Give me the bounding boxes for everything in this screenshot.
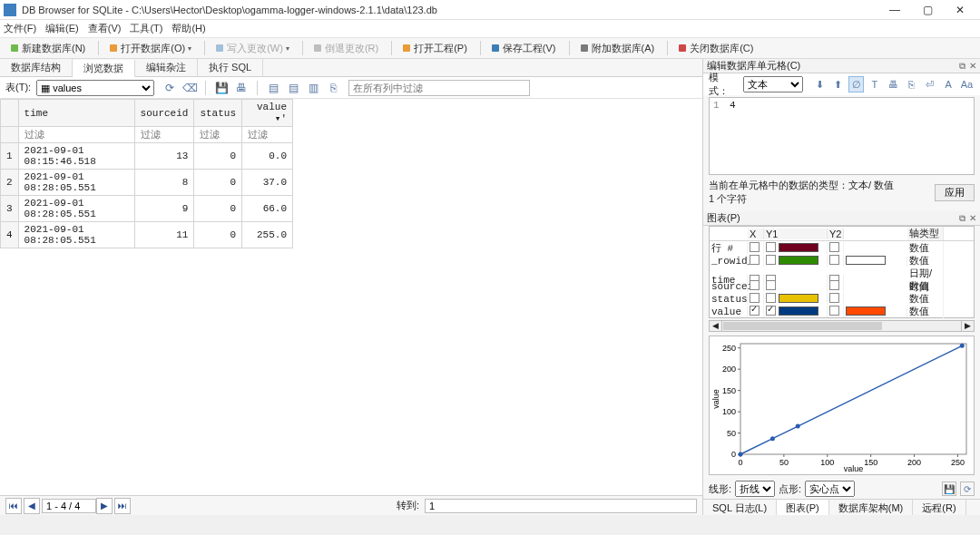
plot-undock-icon[interactable]: ⧉ [959,213,965,224]
nav-last-button[interactable]: ⏭ [114,498,131,514]
apply-button[interactable]: 应用 [935,184,975,201]
menu-edit[interactable]: 编辑(E) [45,22,79,35]
minimize-button[interactable]: — [878,0,911,20]
goto-input[interactable] [425,499,697,513]
mode-select[interactable]: 文本 [743,76,804,92]
delete-row-icon[interactable]: ▤ [286,81,300,95]
cc-row[interactable]: time 日期/时间 [710,267,974,279]
col-status[interactable]: status [194,100,242,127]
tab-schema[interactable]: 数据库结构 [0,59,73,76]
line-style-select[interactable]: 折线 [735,481,775,497]
cc-row[interactable]: 行 # 数值 [710,241,974,254]
wrap-mode-icon[interactable]: ⏎ [922,76,937,92]
menu-help[interactable]: 帮助(H) [172,22,205,35]
table-label: 表(T): [5,81,31,94]
font-mode-icon[interactable]: Aa [959,76,975,92]
nav-first-button[interactable]: ⏮ [5,498,22,514]
copy-icon[interactable]: ⎘ [326,81,340,95]
nav-prev-button[interactable]: ◀ [24,498,40,514]
goto-label: 转到: [397,499,419,512]
table-row[interactable]: 42021-09-01 08:28:05.551110255.0 [1,222,293,248]
filter-sourceid[interactable] [141,129,189,140]
cc-row[interactable]: value 数值 [710,305,974,317]
new-db-button[interactable]: 新建数据库(N) [5,39,91,57]
svg-text:0: 0 [731,450,736,459]
plot-close-icon[interactable]: ✕ [969,213,976,223]
tab-browse[interactable]: 浏览数据 [73,60,135,77]
revert-changes-button: 倒退更改(R) [309,39,384,57]
data-grid[interactable]: time sourceid status value ▾' 12021-09-0… [0,99,702,495]
cc-col-y2: Y2 [828,229,844,239]
svg-point-25 [739,452,743,457]
col-sourceid[interactable]: sourceid [134,100,194,127]
nav-range[interactable] [42,499,96,513]
menu-view[interactable]: 查看(V) [88,22,122,35]
cc-row[interactable]: status 数值 [710,292,974,305]
add-row-icon[interactable]: ▤ [266,81,280,95]
auto-mode-icon[interactable]: A [940,76,956,92]
table-row[interactable]: 12021-09-01 08:15:46.5181300.0 [1,143,293,170]
cc-col-y1: Y1 [764,229,828,239]
btab-sql-log[interactable]: SQL 日志(L) [703,500,777,515]
open-project-button[interactable]: 打开工程(P) [397,39,473,57]
col-time[interactable]: time [18,100,134,127]
table-select[interactable]: ▦ values [36,80,154,96]
filter-all-input[interactable] [348,80,530,96]
chart-config[interactable]: X Y1 Y2 轴类型 行 # 数值_rowid_ 数值time 日期/时间so… [709,226,975,318]
close-pane-icon[interactable]: ✕ [969,61,976,71]
svg-point-28 [960,344,965,348]
cell-pane-header[interactable]: 编辑数据库单元格(C) ⧉✕ [703,59,980,73]
tab-pragmas[interactable]: 编辑杂注 [135,59,198,76]
tab-sql[interactable]: 执行 SQL [198,59,263,76]
filter-status[interactable] [200,129,236,140]
svg-text:200: 200 [907,458,921,467]
table-row[interactable]: 22021-09-01 08:28:05.5518037.0 [1,170,293,196]
print-cell-icon[interactable]: 🖶 [886,76,901,92]
attach-db-button[interactable]: 附加数据库(A) [575,39,661,57]
btab-remote[interactable]: 远程(R) [913,500,965,515]
svg-text:value: value [844,464,864,473]
text-mode-icon[interactable]: T [867,76,882,92]
cc-row[interactable]: sourceid 数值 [710,279,974,292]
cc-row[interactable]: _rowid_ 数值 [710,254,974,267]
clear-filter-icon[interactable]: ⌫ [182,81,197,95]
btab-schema[interactable]: 数据库架构(M) [829,500,914,515]
cell-editor[interactable]: 1 4 [709,97,975,175]
cc-scrollbar[interactable]: ◀▶ [709,320,975,332]
null-icon[interactable]: ∅ [848,76,864,92]
plot-pane-header[interactable]: 图表(P) ⧉✕ [703,211,980,226]
copy-cell-icon[interactable]: ⎘ [904,76,919,92]
plot-pane-title: 图表(P) [707,211,740,225]
export-icon[interactable]: ⬆ [830,76,846,92]
line-number: 1 [713,100,720,111]
col-value[interactable]: value ▾' [242,100,293,127]
undock-icon[interactable]: ⧉ [959,61,965,72]
refresh-icon[interactable]: ⟳ [162,81,177,95]
nav-next-button[interactable]: ▶ [96,498,113,514]
menu-file[interactable]: 文件(F) [4,22,36,35]
cell-length-info: 1 个字符 [709,192,894,206]
chart-canvas[interactable]: 050100150200250050100150200250valuevalue [709,336,975,475]
window-title: DB Browser for SQLite - C:\Users\Hector\… [22,5,878,15]
import-icon[interactable]: ⬇ [811,76,827,92]
reload-chart-icon[interactable]: ⟳ [960,482,975,496]
filter-time[interactable] [24,129,129,140]
maximize-button[interactable]: ▢ [911,0,944,20]
svg-text:250: 250 [722,344,736,353]
menu-tools[interactable]: 工具(T) [130,22,162,35]
table-row[interactable]: 32021-09-01 08:28:05.5519066.0 [1,196,293,222]
svg-text:150: 150 [722,386,736,395]
save-chart-icon[interactable]: 💾 [942,482,956,496]
btab-plot[interactable]: 图表(P) [777,500,829,515]
svg-text:value: value [711,389,720,409]
save-icon[interactable]: 💾 [214,81,229,95]
save-project-button[interactable]: 保存工程(V) [486,39,562,57]
close-button[interactable]: ✕ [944,0,976,20]
goto-row-icon[interactable]: ▥ [306,81,320,95]
point-style-select[interactable]: 实心点 [805,481,855,497]
open-db-button[interactable]: 打开数据库(O)▾ [104,39,197,57]
cell-value[interactable]: 4 [730,100,736,111]
print-icon[interactable]: 🖶 [234,81,249,95]
close-db-button[interactable]: 关闭数据库(C) [673,39,759,57]
filter-value[interactable] [248,129,287,140]
